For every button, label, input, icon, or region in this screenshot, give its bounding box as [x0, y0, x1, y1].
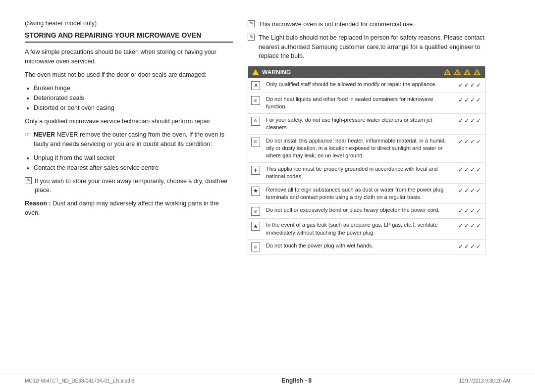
warning-header: WARNING ! ! ! !	[248, 66, 485, 78]
reason-label: Reason :	[25, 200, 51, 207]
table-row: ★ In the event of a gas leak (such as pr…	[248, 219, 485, 240]
bullet-seals: Deteriorated seals	[34, 93, 233, 103]
row-check-cell: ✓✓✓✓	[455, 219, 485, 240]
row-icon-cell: +	[248, 162, 263, 183]
row-text-cell: Do not install this appliance; near heat…	[263, 134, 455, 162]
store-block: ✎ If you wish to store your oven away te…	[25, 177, 233, 196]
swing-note: (Swing heater model only)	[25, 20, 233, 27]
svg-text:!: !	[477, 71, 478, 75]
row-check-cell: ✓✓✓✓	[455, 134, 485, 162]
never-icon: ☞	[25, 130, 30, 139]
table-row: ⊘ Do not touch the power plug with wet h…	[248, 240, 485, 254]
row-icon-cell: ⊘	[248, 204, 263, 219]
row-icon-cell: ✕	[248, 78, 263, 93]
warning-icons-right: ! ! ! !	[443, 69, 481, 76]
right-note-2-text: The Light bulb should not be replaced in…	[259, 34, 484, 60]
row-text-cell: Do not touch the power plug with wet han…	[263, 240, 455, 254]
row-check-cell: ✓✓✓✓	[455, 162, 485, 183]
row-text-cell: Do not pull or excessively bend or place…	[263, 204, 455, 219]
row-text-cell: For your safety, do not use high-pressur…	[263, 113, 455, 134]
row-check-cell: ✓✓✓✓	[455, 240, 485, 254]
reason-text: Reason : Dust and damp may adversely aff…	[25, 199, 233, 218]
footer-page: English - 8	[282, 377, 312, 384]
intro-text-1: A few simple precautions should be taken…	[25, 48, 233, 66]
svg-text:!: !	[447, 71, 448, 75]
warn-tri-2: !	[453, 69, 461, 76]
footer-file: MC32F604TCT_ND_DE68-04173K-01_EN.indd 8	[25, 378, 134, 384]
right-note-1-text: This microwave oven is not intended for …	[259, 21, 415, 28]
warning-label: WARNING	[262, 69, 291, 76]
warn-tri-1: !	[443, 69, 451, 76]
row-text-cell: In the event of a gas leak (such as prop…	[263, 219, 455, 240]
store-text: If you wish to store your oven away temp…	[35, 178, 227, 194]
table-row: ⊘ Do not heat liquids and other food in …	[248, 93, 485, 114]
bullet-hinge: Broken hinge	[34, 83, 233, 93]
row-check-cell: ✓✓✓✓	[455, 78, 485, 93]
damage-bullets: Broken hinge Deteriorated seals Distorte…	[34, 83, 233, 113]
warning-header-left: WARNING	[252, 69, 291, 76]
row-check-cell: ✓✓✓✓	[455, 204, 485, 219]
table-row: ⊘ For your safety, do not use high-press…	[248, 113, 485, 134]
row-check-cell: ✓✓✓✓	[455, 113, 485, 134]
table-row: ✕ Only qualified staff should be allowed…	[248, 78, 485, 93]
table-row: ★ Remove all foreign substances such as …	[248, 183, 485, 204]
row-icon-cell: ★	[248, 219, 263, 240]
warn-tri-3: !	[463, 69, 471, 76]
right-top-notes: ✎ This microwave oven is not intended fo…	[248, 20, 485, 61]
table-row: ⊘ Do not install this appliance; near he…	[248, 134, 485, 162]
note-icon-1: ✎	[248, 20, 255, 27]
never-block: ☞ NEVER NEVER remove the outer casing fr…	[25, 130, 233, 149]
qualified-text: Only a qualified microwave service techn…	[25, 117, 233, 126]
row-check-cell: ✓✓✓✓	[455, 183, 485, 204]
section-title: STORING AND REPAIRING YOUR MICROWAVE OVE…	[25, 31, 233, 43]
bullet-unplug: Unplug it from the wall socket	[34, 153, 233, 163]
warning-table: ✕ Only qualified staff should be allowed…	[248, 78, 485, 254]
never-bullets: Unplug it from the wall socket Contact t…	[34, 153, 233, 173]
row-check-cell: ✓✓✓✓	[455, 93, 485, 114]
note-icon-2: ✎	[248, 34, 255, 41]
page-footer: MC32F604TCT_ND_DE68-04173K-01_EN.indd 8 …	[0, 374, 535, 384]
row-icon-cell: ⊘	[248, 113, 263, 134]
right-note-2: ✎ The Light bulb should not be replaced …	[248, 33, 485, 61]
right-note-1: ✎ This microwave oven is not intended fo…	[248, 20, 485, 29]
row-icon-cell: ⊘	[248, 134, 263, 162]
intro-text-2: The oven must not be used if the door or…	[25, 70, 233, 80]
warning-triangle-icon	[252, 69, 259, 75]
row-text-cell: This appliance must be properly grounded…	[263, 162, 455, 183]
reason-body: Dust and damp may adversely affect the w…	[25, 200, 219, 216]
warn-tri-4: !	[473, 69, 481, 76]
row-text-cell: Do not heat liquids and other food in se…	[263, 93, 455, 114]
row-icon-cell: ★	[248, 183, 263, 204]
svg-text:!: !	[457, 71, 458, 75]
row-icon-cell: ⊘	[248, 240, 263, 254]
table-row: ⊘ Do not pull or excessively bend or pla…	[248, 204, 485, 219]
bullet-contact: Contact the nearest after-sales service …	[34, 163, 233, 173]
footer-date: 12/17/2013 9:30:20 AM	[459, 378, 510, 384]
table-row: + This appliance must be properly ground…	[248, 162, 485, 183]
right-column: ✎ This microwave oven is not intended fo…	[248, 20, 485, 351]
store-icon: ✎	[25, 177, 32, 184]
warning-section: WARNING ! ! ! !	[248, 66, 485, 254]
bullet-casing: Distorted or bent oven casing	[34, 103, 233, 113]
row-icon-cell: ⊘	[248, 93, 263, 114]
svg-text:!: !	[467, 71, 468, 75]
never-text: NEVER NEVER remove the outer casing from…	[34, 131, 224, 147]
left-column: (Swing heater model only) STORING AND RE…	[25, 20, 233, 351]
row-text-cell: Remove all foreign substances such as du…	[263, 183, 455, 204]
row-text-cell: Only qualified staff should be allowed t…	[263, 78, 455, 93]
never-bold: NEVER	[34, 131, 55, 138]
